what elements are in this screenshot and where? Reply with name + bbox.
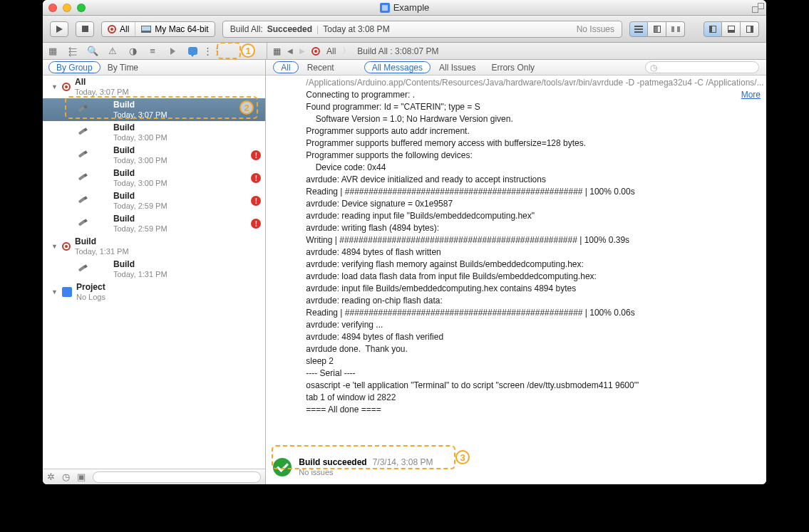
clock-icon[interactable]: ◷	[62, 471, 70, 482]
project-icon	[62, 287, 72, 297]
hammer-icon	[78, 196, 88, 206]
log-tree-row[interactable]: BuildToday, 2:59 PM!	[43, 212, 265, 235]
more-link[interactable]: More	[741, 89, 761, 101]
sidebar-footer: ✲ ◷ ▣	[43, 469, 265, 484]
panel-toggle-group	[704, 21, 759, 37]
annotation-callout-3: 3	[455, 450, 470, 464]
document-icon	[380, 3, 390, 13]
annotation-ring-2	[65, 96, 258, 119]
standard-editor-button[interactable]	[629, 21, 648, 37]
breakpoint-navigator-icon[interactable]	[167, 46, 178, 57]
scope-bar: All Recent All Messages All Issues Error…	[266, 60, 766, 75]
jump-bar: ▦ ◀ ▶ All 〉 Build All : 3:08:07 PM	[267, 43, 766, 60]
activity-operation: Build All:	[230, 24, 263, 34]
jump-target[interactable]: Build All : 3:08:07 PM	[357, 46, 438, 56]
scheme-name: All	[120, 24, 129, 34]
log-tree-row[interactable]: BuildToday, 2:59 PM!	[43, 189, 265, 212]
scope-icon[interactable]: ▣	[77, 471, 86, 482]
toolbar: All My Mac 64-bit Build All: Succeeded |…	[43, 16, 766, 43]
hammer-icon	[78, 173, 88, 183]
scheme-selector[interactable]: All My Mac 64-bit	[101, 21, 215, 37]
monitor-icon	[141, 26, 151, 33]
xcode-window: Example All My Mac 64-bit Build All: Suc…	[43, 0, 766, 484]
log-tree-row[interactable]: BuildToday, 3:00 PM	[43, 121, 265, 144]
scheme-device: My Mac 64-bit	[155, 24, 208, 34]
run-button[interactable]	[50, 21, 68, 37]
forward-button[interactable]: ▶	[299, 47, 305, 55]
scope-errors-only[interactable]: Errors Only	[484, 63, 542, 73]
target-icon	[62, 242, 71, 251]
window-title: Example	[393, 2, 430, 13]
fullscreen-button[interactable]	[753, 4, 762, 12]
log-tree-row[interactable]: ▼ProjectNo Logs	[43, 281, 265, 303]
target-icon	[108, 25, 116, 33]
log-viewer: All Recent All Messages All Issues Error…	[266, 60, 766, 484]
scope-all-issues[interactable]: All Issues	[439, 63, 475, 73]
sidebar-filter-bar: By Group By Time	[43, 60, 265, 75]
hammer-icon	[78, 127, 88, 137]
scope-all[interactable]: All	[273, 61, 298, 73]
log-tree-row[interactable]: BuildToday, 3:00 PM!	[43, 144, 265, 167]
hammer-icon	[78, 219, 88, 229]
log-search-field[interactable]: ◷	[645, 61, 759, 73]
error-badge-icon: !	[251, 219, 261, 229]
debug-navigator-icon[interactable]: ≡	[147, 46, 158, 57]
scope-recent[interactable]: Recent	[307, 63, 334, 73]
annotation-ring-1	[217, 42, 241, 59]
activity-result: Succeeded	[267, 24, 312, 34]
toggle-debug-button[interactable]	[722, 21, 741, 37]
annotation-ring-3	[272, 445, 455, 469]
hammer-icon	[78, 150, 88, 160]
log-tree-row[interactable]: BuildToday, 3:00 PM!	[43, 167, 265, 189]
log-tree: ▼AllToday, 3:07 PMBuildToday, 3:07 PMBui…	[43, 75, 265, 469]
hammer-icon	[78, 264, 88, 274]
jump-scheme[interactable]: All	[326, 46, 336, 56]
version-editor-button[interactable]	[666, 21, 685, 37]
test-navigator-icon[interactable]: ◑	[127, 46, 138, 57]
scope-all-messages[interactable]: All Messages	[364, 61, 431, 73]
stop-button[interactable]	[76, 21, 94, 37]
activity-time: Today at 3:08 PM	[323, 24, 389, 34]
error-badge-icon: !	[251, 196, 261, 206]
symbol-navigator-icon[interactable]: ⬱	[67, 46, 78, 57]
find-navigator-icon[interactable]: 🔍	[87, 46, 98, 57]
toggle-navigator-button[interactable]	[704, 21, 722, 37]
annotation-callout-1: 1	[241, 43, 255, 58]
log-tree-row[interactable]: ▼BuildToday, 1:31 PM	[43, 235, 265, 258]
sidebar-filter-field[interactable]	[93, 471, 261, 483]
log-tree-row[interactable]: BuildToday, 1:31 PM	[43, 258, 265, 281]
activity-view: Build All: Succeeded | Today at 3:08 PM …	[222, 21, 622, 38]
log-output[interactable]: /Applications/Arduino.app/Contents/Resou…	[266, 75, 766, 453]
annotation-callout-2: 2	[239, 100, 254, 115]
gear-icon[interactable]: ✲	[47, 471, 55, 482]
filter-by-time[interactable]: By Time	[101, 63, 145, 73]
assistant-editor-button[interactable]	[648, 21, 666, 37]
activity-issues: No Issues	[577, 24, 614, 34]
target-icon	[311, 47, 320, 56]
log-navigator-sidebar: By Group By Time ▼AllToday, 3:07 PMBuild…	[43, 60, 266, 484]
editor-mode-group	[629, 21, 685, 37]
filter-by-group[interactable]: By Group	[48, 61, 101, 73]
log-navigator-icon[interactable]	[187, 46, 198, 57]
back-button[interactable]: ◀	[287, 47, 293, 55]
error-badge-icon: !	[251, 150, 261, 160]
target-icon	[62, 83, 71, 91]
project-navigator-icon[interactable]: ▦	[47, 46, 58, 57]
error-badge-icon: !	[251, 173, 261, 183]
log-tree-row[interactable]: ▼AllToday, 3:07 PM	[43, 75, 265, 98]
related-items-icon[interactable]: ▦	[273, 46, 281, 56]
toggle-utilities-button[interactable]	[741, 21, 759, 37]
titlebar: Example	[43, 0, 766, 16]
issue-navigator-icon[interactable]: ⚠	[107, 46, 118, 57]
